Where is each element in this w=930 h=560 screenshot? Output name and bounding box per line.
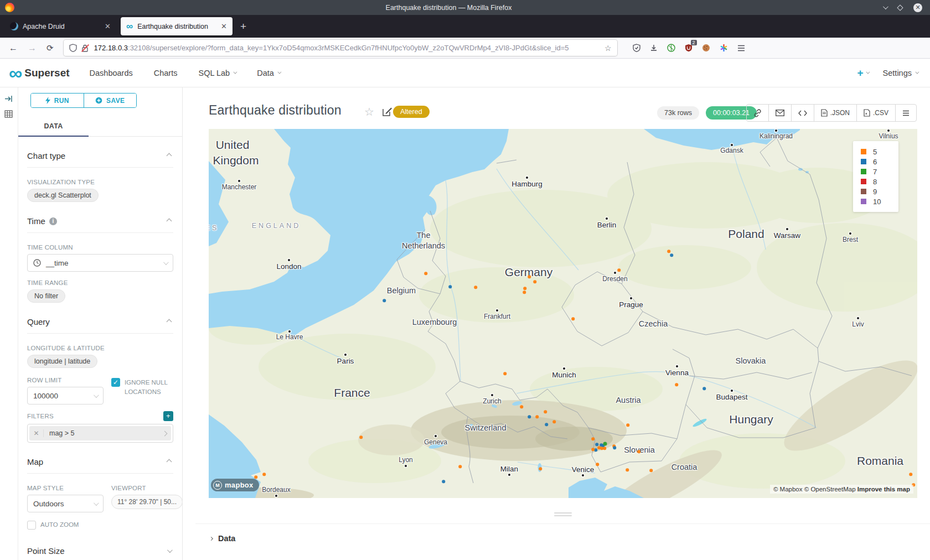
pocket-shield-icon[interactable] (633, 44, 640, 52)
earthquake-point-mag-6[interactable] (448, 285, 452, 288)
export-csv-button[interactable]: .CSV (857, 105, 896, 121)
row-limit-select[interactable]: 100000 (27, 387, 104, 405)
legend-entry[interactable]: 6 (861, 157, 898, 167)
earthquake-point-mag-5[interactable] (520, 405, 523, 408)
legend-entry[interactable]: 7 (861, 167, 898, 177)
favorite-star-icon[interactable]: ☆ (364, 105, 374, 118)
mapbox-attribution-link[interactable]: © Mapbox (773, 486, 803, 492)
earthquake-point-mag-5[interactable] (424, 272, 427, 275)
earthquake-point-mag-5[interactable] (544, 410, 547, 413)
earthquake-point-mag-5[interactable] (626, 468, 629, 471)
time-column-select[interactable]: __time (27, 254, 173, 272)
remove-filter-icon[interactable]: ✕ (29, 429, 44, 437)
earthquake-point-mag-5[interactable] (552, 420, 556, 423)
save-button[interactable]: SAVE (84, 94, 137, 107)
earthquake-point-mag-6[interactable] (702, 387, 706, 390)
earthquake-point-mag-5[interactable] (254, 475, 257, 479)
tab-close-icon[interactable]: ✕ (221, 22, 227, 30)
earthquake-point-mag-5[interactable] (591, 448, 595, 451)
section-chart-type[interactable]: Chart type (27, 137, 173, 168)
earthquake-point-mag-5[interactable] (675, 383, 678, 386)
reload-button[interactable]: ⟳ (46, 43, 54, 53)
auto-zoom-checkbox[interactable] (27, 521, 36, 530)
earthquake-point-mag-5[interactable] (539, 467, 542, 470)
earthquake-point-mag-5[interactable] (571, 317, 575, 320)
osm-attribution-link[interactable]: © OpenStreetMap (804, 486, 856, 492)
insecure-lock-icon[interactable] (81, 44, 89, 52)
ignore-null-checkbox[interactable]: ✓ (111, 378, 120, 387)
time-range-value[interactable]: No filter (27, 289, 65, 303)
export-json-button[interactable]: .JSON (814, 105, 857, 121)
lonlat-value[interactable]: longitude | latitude (27, 355, 97, 368)
email-button[interactable] (769, 105, 792, 121)
copy-link-button[interactable] (747, 105, 769, 121)
improve-map-link[interactable]: Improve this map (857, 486, 910, 492)
altered-badge[interactable]: Altered (393, 106, 430, 118)
tab-data[interactable]: DATA (18, 117, 89, 137)
window-maximize-icon[interactable] (897, 4, 903, 11)
earthquake-point-mag-5[interactable] (474, 286, 477, 289)
earthquake-point-mag-5[interactable] (523, 287, 526, 290)
earthquake-point-mag-5[interactable] (667, 250, 670, 253)
earthquake-point-mag-5[interactable] (528, 275, 531, 278)
deckgl-scatterplot-map[interactable]: UnitedKingdomENGLANDESManchesterLondonTh… (209, 129, 917, 498)
nav-item-sql-lab[interactable]: SQL Lab (198, 69, 236, 77)
tab-earthquake-distribution[interactable]: ∞ Earthquake distribution ✕ (121, 17, 232, 35)
nav-item-dashboards[interactable]: Dashboards (90, 69, 133, 77)
earthquake-point-mag-5[interactable] (649, 469, 653, 472)
settings-menu[interactable]: Settings (883, 69, 918, 77)
edit-properties-icon[interactable] (383, 107, 392, 116)
earthquake-point-mag-7[interactable] (603, 442, 607, 446)
back-button[interactable]: ← (9, 43, 18, 53)
earthquake-point-mag-5[interactable] (617, 268, 621, 272)
new-tab-button[interactable]: + (240, 20, 246, 33)
add-filter-button[interactable]: + (163, 411, 173, 421)
earthquake-point-mag-6[interactable] (670, 253, 673, 257)
earthquake-point-mag-5[interactable] (262, 473, 266, 476)
new-item-button[interactable]: + (857, 67, 868, 79)
tab-apache-druid[interactable]: Apache Druid ✕ (4, 17, 116, 35)
legend-entry[interactable]: 8 (861, 177, 898, 186)
earthquake-point-mag-5[interactable] (637, 450, 640, 453)
superset-logo[interactable]: ∞ Superset (9, 65, 70, 81)
data-collapse-row[interactable]: Data (195, 523, 930, 543)
window-minimize-icon[interactable] (883, 4, 888, 9)
earthquake-point-mag-5[interactable] (909, 473, 912, 476)
legend-entry[interactable]: 10 (861, 196, 898, 206)
earthquake-point-mag-5[interactable] (523, 291, 526, 294)
section-map[interactable]: Map (27, 443, 173, 474)
earthquake-point-mag-5[interactable] (533, 280, 536, 283)
section-query[interactable]: Query (27, 303, 173, 334)
cookie-icon[interactable] (702, 44, 710, 52)
earthquake-point-mag-6[interactable] (383, 299, 386, 302)
earthquake-point-mag-5[interactable] (359, 435, 363, 439)
earthquake-point-mag-5[interactable] (535, 415, 539, 418)
url-bar[interactable]: 172.18.0.3:32108/superset/explore/?form_… (64, 40, 617, 56)
run-button[interactable]: RUN (31, 94, 84, 107)
earthquake-point-mag-6[interactable] (545, 423, 548, 426)
forward-button[interactable]: → (28, 43, 37, 53)
tab-close-icon[interactable]: ✕ (105, 22, 111, 30)
filter-chip[interactable]: ✕ mag > 5 (29, 426, 171, 440)
more-options-button[interactable] (896, 105, 916, 121)
earthquake-point-mag-6[interactable] (595, 443, 598, 446)
earthquake-point-mag-6[interactable] (528, 415, 531, 418)
hamburger-menu-icon[interactable] (737, 45, 745, 51)
map-style-select[interactable]: Outdoors (27, 495, 104, 512)
section-point-size[interactable]: Point Size (27, 530, 173, 560)
ublock-icon[interactable]: 2 (685, 44, 693, 52)
nav-item-data[interactable]: Data (257, 69, 280, 77)
legend-entry[interactable]: 5 (861, 147, 898, 157)
pinwheel-extension-icon[interactable] (720, 44, 728, 52)
download-icon[interactable] (650, 44, 658, 52)
tracking-protection-icon[interactable] (69, 44, 77, 52)
earthquake-point-mag-6[interactable] (594, 448, 597, 452)
embed-code-button[interactable] (792, 105, 814, 121)
earthquake-point-mag-6[interactable] (613, 446, 616, 449)
earthquake-point-mag-5[interactable] (596, 463, 599, 466)
expand-panel-icon[interactable] (4, 95, 18, 102)
earthquake-point-mag-5[interactable] (458, 465, 462, 468)
expand-filter-icon[interactable] (158, 432, 171, 435)
panel-drag-handle[interactable] (554, 512, 572, 518)
viz-type-value[interactable]: deck.gl Scatterplot (27, 189, 99, 202)
